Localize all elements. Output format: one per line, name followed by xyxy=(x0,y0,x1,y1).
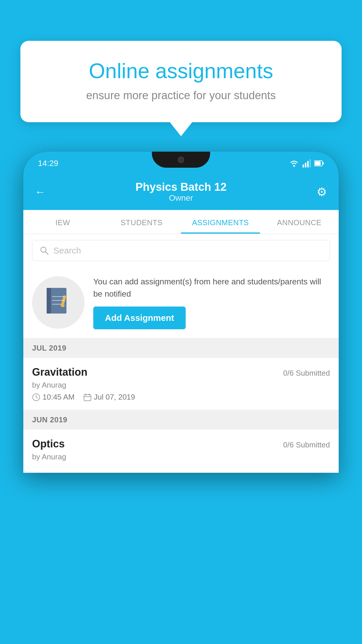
assignment-item-gravitation[interactable]: Gravitation 0/6 Submitted by Anurag 10:4… xyxy=(23,358,339,410)
status-bar: 14:29 xyxy=(23,152,339,175)
header-subtitle: Owner xyxy=(136,193,227,203)
assignment-by-optics: by Anurag xyxy=(32,452,330,461)
assignment-submitted-optics: 0/6 Submitted xyxy=(283,440,330,449)
svg-rect-2 xyxy=(305,163,306,167)
section-label-jul: JUL 2019 xyxy=(23,338,339,358)
svg-rect-4 xyxy=(310,159,311,167)
phone-notch xyxy=(152,152,210,168)
svg-rect-1 xyxy=(303,164,304,167)
notebook-icon-circle xyxy=(32,276,85,329)
tab-assignments[interactable]: ASSIGNMENTS xyxy=(181,210,260,234)
svg-rect-11 xyxy=(47,288,51,314)
svg-rect-7 xyxy=(323,162,324,164)
svg-rect-3 xyxy=(307,161,309,167)
add-section-right: You can add assignment(s) from here and … xyxy=(93,276,330,329)
header-title: Physics Batch 12 xyxy=(136,181,227,193)
search-bar-container: Search xyxy=(23,234,339,267)
svg-point-0 xyxy=(293,165,295,167)
back-button[interactable]: ← xyxy=(35,186,45,198)
speech-bubble-title: Online assignments xyxy=(41,58,321,83)
calendar-icon xyxy=(83,393,92,401)
assignment-time: 10:45 AM xyxy=(32,393,75,402)
phone-outer: 14:29 xyxy=(23,152,339,473)
app-content: Search xyxy=(23,234,339,473)
speech-bubble-card: Online assignments ensure more practice … xyxy=(20,41,342,122)
assignment-submitted: 0/6 Submitted xyxy=(283,369,330,378)
add-section-description: You can add assignment(s) from here and … xyxy=(93,276,330,300)
assignment-date: Jul 07, 2019 xyxy=(83,393,135,402)
search-bar[interactable]: Search xyxy=(32,240,330,261)
empty-add-section: You can add assignment(s) from here and … xyxy=(23,267,339,338)
add-assignment-button[interactable]: Add Assignment xyxy=(93,307,186,329)
clock-icon xyxy=(32,393,40,401)
section-label-jun: JUN 2019 xyxy=(23,410,339,430)
assignment-meta: 10:45 AM Jul 07, 2019 xyxy=(32,393,330,402)
search-icon xyxy=(40,246,49,255)
svg-line-9 xyxy=(45,252,48,255)
assignment-name-optics: Optics xyxy=(32,438,65,450)
svg-line-19 xyxy=(36,397,38,398)
assignment-name: Gravitation xyxy=(32,366,87,378)
svg-rect-20 xyxy=(84,395,91,401)
assignment-row-top-optics: Optics 0/6 Submitted xyxy=(32,438,330,450)
phone-wrapper: 14:29 xyxy=(23,152,339,644)
status-icons xyxy=(289,159,324,167)
speech-bubble-subtitle: ensure more practice for your students xyxy=(41,89,321,102)
app-header: ← Physics Batch 12 Owner ⚙ xyxy=(23,175,339,210)
svg-rect-6 xyxy=(315,161,321,165)
status-time: 14:29 xyxy=(38,159,58,168)
notebook-icon xyxy=(44,286,73,318)
header-center: Physics Batch 12 Owner xyxy=(136,181,227,203)
search-placeholder: Search xyxy=(53,246,81,256)
signal-icon xyxy=(303,159,311,167)
tab-iew[interactable]: IEW xyxy=(23,210,102,234)
wifi-icon xyxy=(289,159,299,167)
tab-students[interactable]: STUDENTS xyxy=(102,210,181,234)
assignment-row-top: Gravitation 0/6 Submitted xyxy=(32,366,330,378)
assignment-by: by Anurag xyxy=(32,381,330,390)
battery-icon xyxy=(314,160,324,167)
tab-announcements[interactable]: ANNOUNCE xyxy=(260,210,339,234)
camera xyxy=(178,157,184,163)
settings-icon[interactable]: ⚙ xyxy=(317,185,327,199)
tabs-bar: IEW STUDENTS ASSIGNMENTS ANNOUNCE xyxy=(23,210,339,234)
assignment-item-optics[interactable]: Optics 0/6 Submitted by Anurag xyxy=(23,430,339,473)
